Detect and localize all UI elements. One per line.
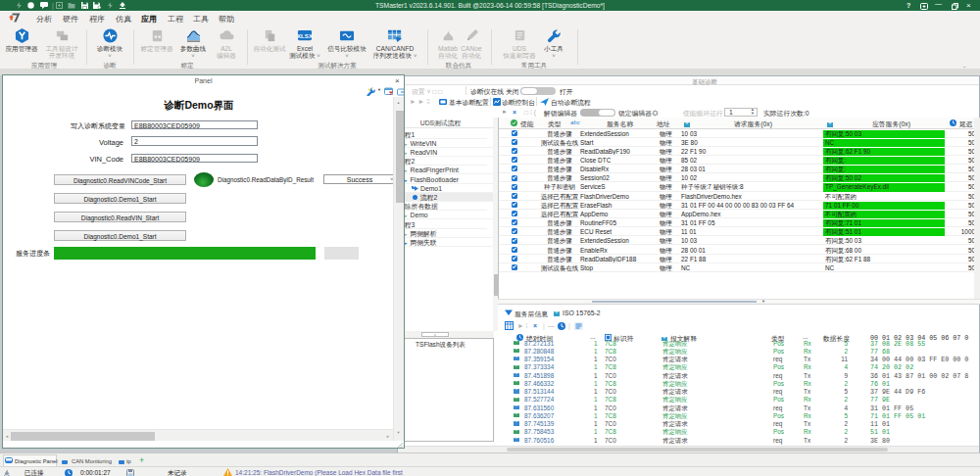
svg-text:XLSX: XLSX xyxy=(297,32,313,39)
